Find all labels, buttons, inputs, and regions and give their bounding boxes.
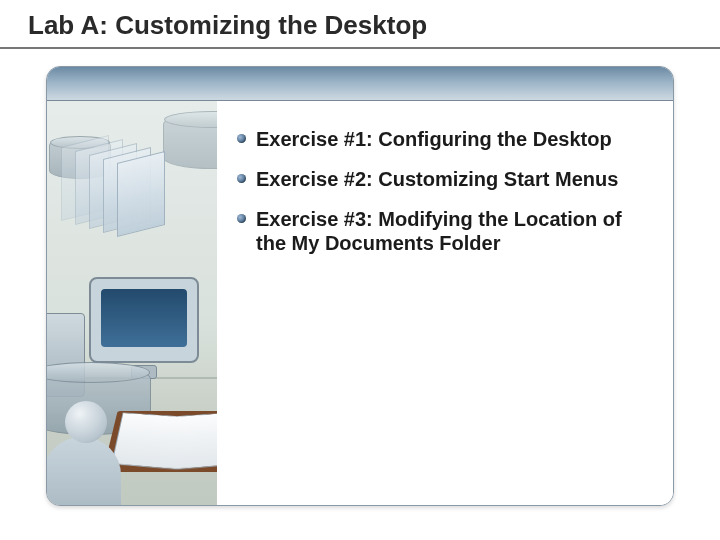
illustration-area [47, 101, 217, 505]
bullet-icon [237, 174, 246, 183]
slide-title: Lab A: Customizing the Desktop [28, 10, 427, 41]
list-item: Exercise #1: Configuring the Desktop [237, 127, 649, 151]
database-icon [163, 113, 217, 169]
person-icon [47, 401, 121, 505]
bullet-icon [237, 134, 246, 143]
exercise-list: Exercise #1: Configuring the Desktop Exe… [217, 101, 673, 505]
monitor-icon [89, 277, 199, 363]
content-panel: Exercise #1: Configuring the Desktop Exe… [46, 66, 674, 506]
title-divider [0, 47, 720, 49]
exercise-label: Exercise #3: Modifying the Location of t… [256, 207, 636, 255]
list-item: Exercise #2: Customizing Start Menus [237, 167, 649, 191]
bullet-icon [237, 214, 246, 223]
exercise-label: Exercise #1: Configuring the Desktop [256, 127, 612, 151]
slide: Lab A: Customizing the Desktop [0, 0, 720, 540]
exercise-label: Exercise #2: Customizing Start Menus [256, 167, 618, 191]
list-item: Exercise #3: Modifying the Location of t… [237, 207, 649, 255]
panel-body: Exercise #1: Configuring the Desktop Exe… [47, 101, 673, 505]
panel-topbar [47, 67, 673, 101]
book-icon [111, 414, 217, 467]
